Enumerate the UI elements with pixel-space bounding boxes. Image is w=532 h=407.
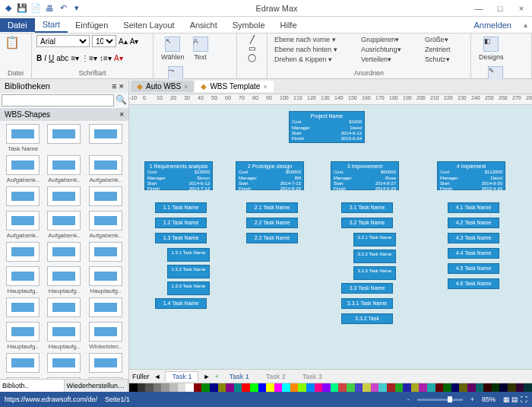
- shape-item[interactable]: [44, 353, 84, 374]
- color-swatch[interactable]: [298, 383, 306, 392]
- wbs-node[interactable]: 1.2 Task Name: [155, 218, 207, 228]
- color-swatch[interactable]: [178, 383, 186, 392]
- print-icon[interactable]: 🖶: [44, 3, 55, 14]
- color-swatch[interactable]: [258, 383, 267, 392]
- zoom-slider[interactable]: [417, 399, 463, 401]
- color-swatch[interactable]: [427, 383, 435, 392]
- color-swatch[interactable]: [435, 383, 444, 392]
- color-swatch[interactable]: [201, 383, 210, 392]
- color-swatch[interactable]: [322, 383, 331, 392]
- add-page-icon[interactable]: +: [214, 373, 218, 380]
- wbs-node[interactable]: 1 Requirements analysisCost$10000Manager…: [144, 161, 213, 190]
- wbs-node[interactable]: 3.2.1 Task Name: [353, 233, 396, 246]
- shape-item[interactable]: Winkelstec..: [86, 322, 125, 350]
- underline-button[interactable]: U: [49, 54, 54, 62]
- color-swatch[interactable]: [226, 383, 234, 392]
- wbs-node[interactable]: 1.3.3 Task Name: [167, 281, 210, 295]
- shape-item[interactable]: [44, 124, 84, 152]
- shrink-font-icon[interactable]: A▾: [130, 37, 139, 46]
- shape-item[interactable]: [86, 242, 125, 263]
- wbs-node[interactable]: 4.2 Task Name: [448, 218, 499, 228]
- wbs-node[interactable]: 3.2 Task Name: [341, 218, 393, 228]
- color-swatch[interactable]: [499, 383, 508, 392]
- canvas[interactable]: Project NameCost$1000ManagerDavidStart20…: [129, 105, 532, 369]
- color-swatch[interactable]: [169, 383, 178, 392]
- rect-shape-icon[interactable]: ▭: [249, 44, 255, 52]
- tab-symbols[interactable]: Symbole: [225, 18, 273, 32]
- color-swatch[interactable]: [250, 383, 258, 392]
- wbs-node[interactable]: 3.2.3 Task Name: [353, 266, 396, 280]
- shape-item[interactable]: Aufgabenk..: [86, 155, 125, 183]
- color-swatch[interactable]: [476, 383, 484, 392]
- color-swatch[interactable]: [234, 383, 242, 392]
- color-swatch[interactable]: [347, 383, 355, 392]
- library-menu-icon[interactable]: ≡ ×: [112, 81, 124, 91]
- doc-tab-auto-wbs[interactable]: ◆Auto WBS×: [131, 81, 194, 92]
- wbs-node[interactable]: 3.1 Task Name: [341, 202, 393, 213]
- color-swatch[interactable]: [242, 383, 250, 392]
- ellipse-shape-icon[interactable]: ◯: [248, 53, 256, 62]
- wbs-node[interactable]: 1.1 Task Name: [155, 202, 207, 213]
- color-swatch[interactable]: [516, 383, 524, 392]
- shape-item[interactable]: [86, 186, 125, 208]
- color-swatch[interactable]: [524, 383, 532, 392]
- collapse-ribbon-icon[interactable]: ▴: [519, 21, 532, 29]
- bold-button[interactable]: B: [36, 54, 42, 62]
- wbs-node[interactable]: 3.2.2 Task Name: [353, 250, 396, 263]
- shape-item[interactable]: Aufgabenk..: [44, 155, 84, 183]
- tab-help[interactable]: Hilfe: [273, 18, 305, 32]
- shape-item[interactable]: Task Name: [3, 124, 43, 152]
- maximize-button[interactable]: □: [489, 4, 511, 13]
- color-swatch[interactable]: [154, 383, 162, 392]
- color-swatch[interactable]: [306, 383, 315, 392]
- color-swatch[interactable]: [185, 383, 194, 392]
- redo-icon[interactable]: ▾: [71, 3, 82, 14]
- shape-item[interactable]: [86, 297, 125, 319]
- spacing-button[interactable]: ↕≡▾: [100, 54, 112, 62]
- save-icon[interactable]: 💾: [17, 3, 27, 14]
- shape-item[interactable]: Aufgabenk..: [3, 155, 43, 183]
- undo-icon[interactable]: ↶: [58, 3, 68, 14]
- close-button[interactable]: ×: [511, 4, 532, 13]
- file-tab[interactable]: Datei: [0, 18, 35, 32]
- tab-view[interactable]: Ansicht: [182, 18, 225, 32]
- bullets-button[interactable]: ⋮≡▾: [81, 54, 97, 62]
- shape-item[interactable]: [44, 242, 84, 263]
- page-tab-1b[interactable]: Task 1: [223, 372, 255, 381]
- page-tab-1[interactable]: Task 1: [165, 371, 198, 381]
- color-swatch[interactable]: [363, 383, 371, 392]
- shape-item[interactable]: Aufgabenk..: [86, 211, 125, 239]
- color-swatch[interactable]: [378, 383, 387, 392]
- wbs-node[interactable]: 2.3 Task Name: [246, 233, 298, 243]
- wbs-node[interactable]: 1.3 Task Name: [155, 233, 207, 243]
- color-swatch[interactable]: [138, 383, 146, 392]
- color-swatch[interactable]: [403, 383, 411, 392]
- library-search-input[interactable]: [2, 94, 114, 107]
- zoom-in-button[interactable]: +: [470, 396, 474, 403]
- tab-start[interactable]: Start: [35, 17, 68, 33]
- color-swatch[interactable]: [338, 383, 347, 392]
- wbs-node[interactable]: Project NameCost$1000ManagerDavidStart20…: [289, 111, 365, 143]
- strike-button[interactable]: abc: [56, 54, 68, 62]
- doc-tab-wbs-template[interactable]: ◆WBS Template×: [195, 81, 273, 92]
- prev-page-icon[interactable]: ◄: [154, 373, 161, 380]
- wbs-node[interactable]: 4.3 Task Name: [448, 233, 499, 243]
- shape-item[interactable]: [3, 186, 43, 208]
- color-swatch[interactable]: [218, 383, 226, 392]
- close-icon[interactable]: ×: [184, 83, 188, 91]
- color-swatch[interactable]: [282, 383, 290, 392]
- wbs-node[interactable]: 1.3.2 Task Name: [167, 265, 210, 278]
- shape-item[interactable]: Hauptaufg..: [44, 322, 84, 350]
- font-size-select[interactable]: 10: [92, 35, 116, 47]
- rotate-flip-button[interactable]: Drehen & Kippen ▾: [272, 55, 353, 64]
- color-swatch[interactable]: [355, 383, 363, 392]
- shape-item[interactable]: [86, 353, 125, 374]
- font-name-select[interactable]: Arial: [36, 35, 90, 47]
- shape-item[interactable]: Hauptaufg..: [44, 266, 84, 294]
- bottom-tab-library[interactable]: Biblioth..: [0, 380, 65, 392]
- color-swatch[interactable]: [315, 383, 323, 392]
- color-swatch[interactable]: [290, 383, 299, 392]
- color-swatch[interactable]: [274, 383, 283, 392]
- size-button[interactable]: Größe▾: [423, 35, 466, 44]
- align-button[interactable]: ≡▾: [71, 54, 79, 62]
